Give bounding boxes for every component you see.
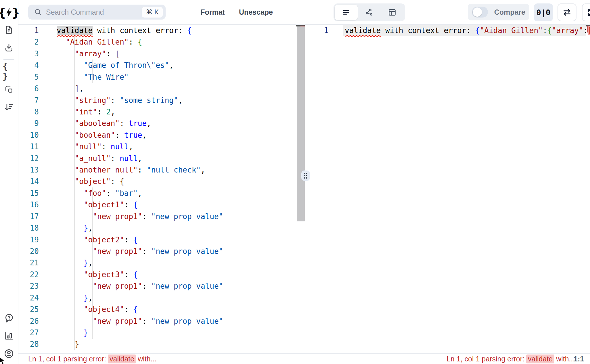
code-line[interactable]: 25 "object4": {	[18, 304, 305, 315]
line-number: 23	[18, 280, 44, 292]
code-line[interactable]: 26 "new prop1": "new prop value"	[18, 315, 305, 327]
code-line[interactable]: 16 "object1": {	[18, 199, 305, 210]
json-tools-button[interactable]: { }	[3, 65, 15, 78]
line-number: 16	[18, 199, 44, 210]
line-number: 6	[18, 83, 44, 94]
code-line[interactable]: 1validate with context error: {"Aidan Gi…	[306, 25, 590, 36]
help-icon	[4, 313, 14, 323]
table-view-icon	[388, 8, 396, 17]
code-line[interactable]: 7 "string": "some string",	[18, 95, 305, 106]
code-line[interactable]: 28 }	[18, 338, 305, 350]
code-line[interactable]: 4 "Game of Thron\"es",	[18, 60, 305, 71]
code-line[interactable]: 19 "object2": {	[18, 234, 305, 246]
code-line[interactable]: 12 "a_null": null,	[18, 153, 305, 164]
line-number: 22	[18, 269, 44, 280]
line-number: 15	[18, 187, 44, 199]
diff-icon: 0|0	[537, 8, 551, 17]
code-line[interactable]: 2 "Aidan Gillen": {	[18, 36, 305, 48]
vertical-scrollbar[interactable]	[297, 26, 305, 221]
top-toolbar: Search Command ⌘ K Format Unescape	[18, 0, 590, 25]
line-number: 5	[18, 71, 44, 83]
sort-button[interactable]	[3, 101, 15, 113]
line-number: 20	[18, 246, 44, 257]
code-line[interactable]: 1validate with context error: {	[18, 25, 305, 36]
stats-button[interactable]	[3, 329, 15, 342]
line-number: 1	[306, 25, 334, 36]
search-icon	[34, 8, 42, 16]
file-upload-button[interactable]	[3, 24, 15, 36]
view-mode-tree[interactable]	[358, 5, 381, 20]
line-number: 14	[18, 176, 44, 187]
download-icon	[4, 43, 14, 53]
code-line[interactable]: 23 "new prop1": "new prop value"	[18, 280, 305, 292]
status-error-token: validate	[526, 355, 554, 363]
swap-arrows-icon	[562, 8, 572, 17]
code-line[interactable]: 9 "aboolean": true,	[18, 118, 305, 129]
line-number: 12	[18, 153, 44, 164]
json-editor-left[interactable]: 1validate with context error: {2 "Aidan …	[18, 25, 305, 353]
line-number: 29	[18, 350, 44, 353]
clone-compare-button[interactable]	[3, 83, 15, 95]
compare-toggle[interactable]	[472, 7, 488, 18]
line-number: 4	[18, 60, 44, 71]
line-number: 8	[18, 106, 44, 118]
code-line[interactable]: 13 "another_null": "null check",	[18, 164, 305, 176]
code-line[interactable]: 6 ],	[18, 83, 305, 94]
line-number: 7	[18, 95, 44, 106]
text-view-icon	[342, 8, 350, 17]
scrollbar-track	[586, 25, 586, 353]
code-line[interactable]: 5 "The Wire"	[18, 71, 305, 83]
line-number: 21	[18, 257, 44, 269]
code-line[interactable]: 14 "object": {	[18, 176, 305, 187]
side-by-side-diff-button[interactable]: 0|0	[534, 3, 553, 21]
download-button[interactable]	[3, 41, 15, 54]
pane-resize-handle[interactable]	[301, 170, 310, 181]
unescape-button[interactable]: Unescape	[239, 8, 273, 16]
tree-view-icon	[365, 8, 373, 17]
code-line[interactable]: 29 }	[18, 350, 305, 353]
line-number: 19	[18, 234, 44, 246]
status-bar: Ln 1, col 1 parsing error: validate with…	[18, 353, 590, 364]
line-number: 10	[18, 129, 44, 141]
compare-label: Compare	[494, 8, 525, 16]
help-button[interactable]	[3, 312, 15, 324]
view-mode-table[interactable]	[381, 5, 404, 20]
search-shortcut-badge: ⌘ K	[142, 7, 163, 18]
code-line[interactable]: 20 "new prop1": "new prop value"	[18, 246, 305, 257]
app-window: {} { }	[0, 0, 590, 364]
code-line[interactable]: 18 },	[18, 222, 305, 234]
code-line[interactable]: 22 "object3": {	[18, 269, 305, 280]
line-number: 27	[18, 327, 44, 338]
app-logo[interactable]: {}	[0, 7, 20, 18]
line-number: 11	[18, 141, 44, 152]
code-line[interactable]: 24 },	[18, 292, 305, 304]
status-right: Ln 1, col 1 parsing error: validate with…	[447, 354, 575, 364]
search-command-input[interactable]: Search Command ⌘ K	[28, 5, 166, 20]
status-left-text: Ln 1, col 1 parsing error:	[28, 355, 106, 363]
swap-panes-button[interactable]	[558, 3, 576, 21]
line-number: 2	[18, 36, 44, 48]
code-line[interactable]: 11 "null": null,	[18, 141, 305, 152]
code-line[interactable]: 3 "array": [	[18, 48, 305, 60]
line-number: 28	[18, 338, 44, 350]
status-right-text: Ln 1, col 1 parsing error:	[447, 355, 524, 363]
braces-icon: { }	[3, 61, 15, 81]
code-line[interactable]: 15 "foo": "bar",	[18, 187, 305, 199]
view-mode-text[interactable]	[335, 5, 358, 20]
code-line[interactable]: 17 "new prop1": "new prop value"	[18, 211, 305, 222]
search-placeholder: Search Command	[46, 8, 142, 16]
line-number: 18	[18, 222, 44, 234]
line-number: 17	[18, 211, 44, 222]
bar-chart-icon	[4, 331, 14, 341]
json-editor-right[interactable]: 1validate with context error: {"Aidan Gi…	[306, 25, 590, 353]
code-line[interactable]: 8 "int": 2,	[18, 106, 305, 118]
fullscreen-button[interactable]	[582, 3, 590, 21]
code-line[interactable]: 10 "boolean": true,	[18, 129, 305, 141]
code-line[interactable]: 27 }	[18, 327, 305, 338]
mouse-cursor	[0, 357, 6, 364]
format-button[interactable]: Format	[200, 8, 225, 16]
line-number: 26	[18, 315, 44, 327]
fullscreen-icon	[587, 8, 590, 17]
view-mode-segmented-control	[334, 3, 405, 21]
code-line[interactable]: 21 },	[18, 257, 305, 269]
